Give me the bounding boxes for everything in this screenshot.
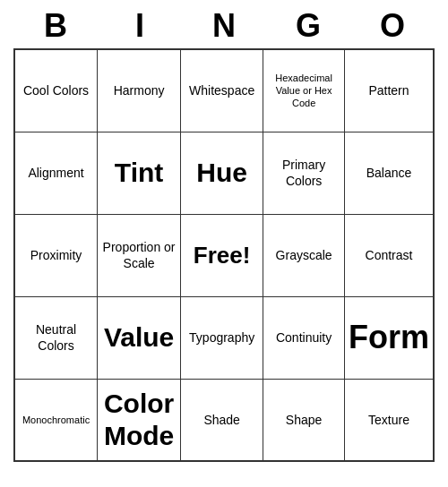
cell-r3-c4: Form: [344, 296, 434, 379]
table-row: Cool ColorsHarmonyWhitespaceHexadecimal …: [14, 49, 434, 132]
cell-r3-c1: Value: [98, 296, 181, 379]
cell-r2-c2: Free!: [181, 214, 263, 296]
cell-r2-c1: Proportion or Scale: [98, 214, 181, 296]
cell-r3-c3: Continuity: [263, 296, 345, 379]
table-row: ProximityProportion or ScaleFree!Graysca…: [14, 214, 434, 296]
cell-r3-c2: Typography: [181, 296, 263, 379]
letter-b: B: [20, 7, 91, 45]
cell-r1-c1: Tint: [98, 132, 181, 214]
table-row: AlignmentTintHuePrimary ColorsBalance: [14, 132, 434, 214]
cell-r0-c1: Harmony: [98, 49, 181, 132]
cell-r4-c3: Shape: [263, 379, 345, 461]
cell-r4-c0: Monochromatic: [14, 379, 98, 461]
letter-g: G: [272, 7, 344, 45]
cell-r1-c3: Primary Colors: [263, 132, 345, 214]
cell-r1-c0: Alignment: [14, 132, 98, 214]
letter-n: N: [188, 7, 260, 45]
cell-r1-c2: Hue: [181, 132, 263, 214]
cell-r4-c4: Texture: [344, 379, 434, 461]
cell-r0-c3: Hexadecimal Value or Hex Code: [263, 49, 345, 132]
letter-i: I: [104, 7, 176, 45]
cell-r2-c0: Proximity: [14, 214, 98, 296]
table-row: MonochromaticColor ModeShadeShapeTexture: [14, 379, 434, 461]
cell-r0-c2: Whitespace: [181, 49, 263, 132]
cell-r4-c2: Shade: [181, 379, 263, 461]
cell-r1-c4: Balance: [344, 132, 434, 214]
cell-r3-c0: Neutral Colors: [14, 296, 98, 379]
cell-r0-c0: Cool Colors: [14, 49, 98, 132]
cell-r2-c4: Contrast: [344, 214, 434, 296]
bingo-header: B I N G O: [13, 0, 435, 48]
bingo-grid: Cool ColorsHarmonyWhitespaceHexadecimal …: [13, 48, 435, 462]
cell-r0-c4: Pattern: [344, 49, 434, 132]
cell-r2-c3: Grayscale: [263, 214, 345, 296]
table-row: Neutral ColorsValueTypographyContinuityF…: [14, 296, 434, 379]
cell-r4-c1: Color Mode: [98, 379, 181, 461]
letter-o: O: [357, 7, 428, 45]
